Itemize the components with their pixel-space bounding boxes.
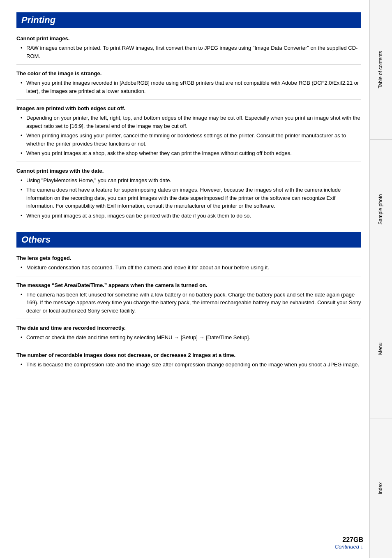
- subsection-title-color-strange: The color of the image is strange.: [16, 70, 361, 76]
- subsection-title-cannot-print-date: Cannot print images with the date.: [16, 168, 361, 174]
- bullet-item: The camera has been left unused for some…: [21, 291, 361, 315]
- bullet-list-set-area-date: The camera has been left unused for some…: [16, 291, 361, 315]
- page-footer: 227GB Continued ↓: [335, 536, 363, 550]
- bullet-list-color-strange: When you print the images recorded in [A…: [16, 79, 361, 95]
- divider: [16, 64, 361, 65]
- bullet-item: When you print images at a shop, ask the…: [21, 149, 361, 157]
- bullet-item: Moisture condensation has occurred. Turn…: [21, 264, 361, 272]
- subsection-cannot-print-date: Cannot print images with the date. Using…: [16, 168, 361, 220]
- right-sidebar: Table of contents Sample photo Menu Inde…: [369, 0, 392, 558]
- bullet-item: RAW images cannot be printed. To print R…: [21, 44, 361, 60]
- sidebar-tab-menu[interactable]: Menu: [370, 279, 392, 419]
- bullet-list-lens-fogged: Moisture condensation has occurred. Turn…: [16, 264, 361, 272]
- sidebar-tab-label-menu: Menu: [378, 343, 384, 355]
- printing-section: Printing Cannot print images. RAW images…: [16, 12, 361, 220]
- bullet-list-edges-cut: Depending on your printer, the left, rig…: [16, 114, 361, 157]
- divider: [16, 99, 361, 100]
- bullet-list-cannot-print-date: Using "PlayMemories Home," you can print…: [16, 176, 361, 220]
- bullet-list-date-time-incorrect: Correct or check the date and time setti…: [16, 333, 361, 342]
- subsection-title-cannot-print: Cannot print images.: [16, 35, 361, 42]
- divider: [16, 276, 361, 276]
- others-section: Others The lens gets fogged. Moisture co…: [16, 232, 361, 368]
- continued-arrow-icon: ↓: [361, 544, 364, 550]
- bullet-item: Correct or check the date and time setti…: [21, 333, 361, 342]
- bullet-list-cannot-print: RAW images cannot be printed. To print R…: [16, 44, 361, 60]
- continued-label: Continued ↓: [335, 544, 363, 550]
- subsection-title-edges-cut: Images are printed with both edges cut o…: [16, 105, 361, 111]
- subsection-date-time-incorrect: The date and time are recorded incorrect…: [16, 325, 361, 342]
- divider: [16, 319, 361, 319]
- sidebar-tab-table-of-contents[interactable]: Table of contents: [370, 0, 392, 140]
- bullet-item: This is because the compression rate and…: [21, 361, 361, 369]
- bullet-item: When you print images at a shop, images …: [21, 212, 361, 220]
- subsection-title-lens-fogged: The lens gets fogged.: [16, 255, 361, 261]
- bullet-item: Depending on your printer, the left, rig…: [21, 114, 361, 130]
- printing-header: Printing: [16, 12, 361, 28]
- subsection-set-area-date: The message “Set Area/Date/Time.” appear…: [16, 282, 361, 315]
- bullet-item: When printing images using your printer,…: [21, 132, 361, 148]
- sidebar-tab-label-index: Index: [378, 482, 384, 494]
- bullet-item: When you print the images recorded in [A…: [21, 79, 361, 95]
- page-number: 227GB: [342, 536, 363, 544]
- sidebar-tab-label-table-of-contents: Table of contents: [378, 51, 384, 88]
- subsection-title-recordable-images: The number of recordable images does not…: [16, 352, 361, 358]
- subsection-title-set-area-date: The message “Set Area/Date/Time.” appear…: [16, 282, 361, 288]
- divider: [16, 346, 361, 346]
- subsection-lens-fogged: The lens gets fogged. Moisture condensat…: [16, 255, 361, 272]
- subsection-edges-cut: Images are printed with both edges cut o…: [16, 105, 361, 157]
- bullet-item: Using "PlayMemories Home," you can print…: [21, 176, 361, 185]
- sidebar-tab-sample-photo[interactable]: Sample photo: [370, 140, 392, 280]
- subsection-color-strange: The color of the image is strange. When …: [16, 70, 361, 95]
- sidebar-tab-index[interactable]: Index: [370, 419, 392, 558]
- sidebar-tab-label-sample-photo: Sample photo: [378, 194, 384, 225]
- subsection-title-date-time-incorrect: The date and time are recorded incorrect…: [16, 325, 361, 331]
- divider: [16, 162, 361, 162]
- bullet-item: The camera does not have a feature for s…: [21, 186, 361, 210]
- subsection-recordable-images: The number of recordable images does not…: [16, 352, 361, 369]
- subsection-cannot-print: Cannot print images. RAW images cannot b…: [16, 35, 361, 60]
- others-header: Others: [16, 232, 361, 248]
- bullet-list-recordable-images: This is because the compression rate and…: [16, 361, 361, 369]
